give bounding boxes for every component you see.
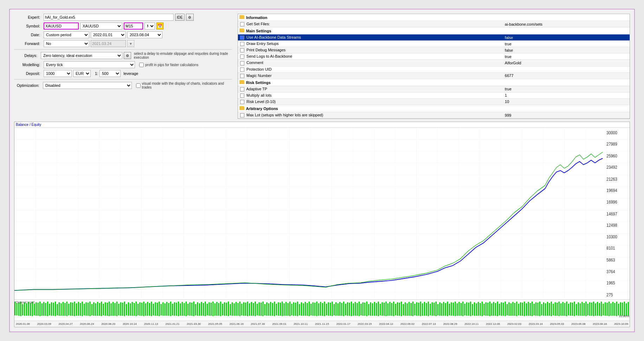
date-from-select[interactable]: 2022.01.01 [91,31,126,38]
svg-rect-82 [141,303,142,316]
svg-rect-27 [36,302,37,316]
deposit-label: Deposit: [14,71,42,76]
get-set-checkbox[interactable] [240,22,244,26]
date-label-6: 2020.11.13 [144,322,158,326]
svg-rect-229 [424,302,425,316]
svg-rect-327 [612,302,613,316]
svg-rect-151 [274,302,275,316]
symbol-input[interactable] [44,22,79,30]
svg-rect-49 [78,302,79,316]
expert-label: Expert: [14,15,42,19]
symbol-select[interactable]: XAUUSD [80,22,122,30]
magic-number-checkbox[interactable] [240,74,244,78]
svg-rect-275 [512,302,513,316]
svg-rect-297 [555,302,556,316]
svg-rect-41 [63,302,64,316]
svg-rect-121 [216,302,217,316]
svg-rect-305 [570,302,571,316]
draw-entry-row[interactable]: Draw Entry Setups true [238,41,630,47]
magic-number-row[interactable]: Magic Number 6677 [238,72,630,79]
optimization-select[interactable]: Disabled [43,82,132,89]
main-settings-section-header: Main Settings [238,27,630,34]
svg-rect-137 [247,302,248,316]
svg-rect-323 [605,302,606,316]
risk-level-value: 10 [503,98,630,105]
currency-select[interactable]: EUR [73,70,91,77]
multiply-lots-row[interactable]: Multiply all lots 1 [238,92,630,98]
forward-select[interactable]: No [44,40,89,47]
svg-rect-75 [128,302,129,316]
delays-settings-btn[interactable]: ⚙ [124,52,131,59]
svg-rect-91 [159,302,160,316]
use-ai-backbone-row[interactable]: Use AI-Backbone Data Streams false [238,34,630,41]
comment-row[interactable]: Comment AIforGold [238,60,630,66]
svg-rect-277 [516,302,517,316]
svg-rect-219 [405,302,406,316]
date-type-select[interactable]: Custom period [44,31,89,38]
expert-input[interactable] [44,14,174,21]
svg-rect-234 [433,303,434,316]
svg-rect-207 [382,302,383,316]
svg-rect-282 [526,303,527,316]
svg-rect-314 [587,304,588,315]
svg-rect-101 [178,302,179,316]
leverage-select[interactable]: 500 [99,70,121,77]
protection-uid-row[interactable]: Protection UID [238,66,630,72]
date-row: Date: Custom period 2022.01.01 2023.08.0… [14,31,232,38]
timeframe-input[interactable] [124,22,143,30]
print-debug-checkbox[interactable] [240,48,244,52]
date-label-19: 2022.07.13 [422,322,436,326]
svg-rect-94 [165,303,166,316]
max-lot-row[interactable]: Max Lot (setups with higher lots are ski… [238,112,630,118]
svg-rect-148 [268,303,269,316]
delays-select[interactable]: Zero latency, ideal execution [41,52,122,59]
adaptive-tp-checkbox[interactable] [240,87,244,91]
draw-entry-checkbox[interactable] [240,42,244,46]
send-logs-row[interactable]: Send Logs to AI-Backbone true [238,53,630,60]
svg-rect-20 [22,304,23,315]
svg-rect-230 [426,303,427,316]
svg-rect-254 [472,304,473,315]
svg-rect-255 [474,302,475,316]
deposit-select[interactable]: 1000 [44,70,72,77]
visual-mode-checkbox[interactable] [136,83,141,88]
ide-button[interactable]: IDE [175,14,185,21]
svg-rect-86 [149,303,150,316]
date-to-select[interactable]: 2023.08.04 [127,31,162,38]
risk-level-checkbox[interactable] [240,100,244,104]
svg-rect-135 [243,302,244,316]
settings-button[interactable]: ⚙ [186,14,194,21]
adaptive-tp-row[interactable]: Adaptive TP true [238,86,630,92]
ai-backbone-checkbox[interactable] [240,36,244,40]
svg-rect-267 [497,302,498,316]
comment-checkbox[interactable] [240,61,244,65]
svg-rect-68 [114,303,115,316]
svg-rect-319 [597,302,598,316]
svg-rect-71 [120,302,121,316]
risk-level-row[interactable]: Risk Level (0-10) 10 [238,98,630,105]
multiply-lots-checkbox[interactable] [240,94,244,98]
svg-rect-50 [80,303,81,316]
max-lot-checkbox[interactable] [240,113,244,117]
svg-rect-307 [574,302,575,316]
forward-label: Forward: [14,41,42,46]
send-logs-checkbox[interactable] [240,54,244,59]
svg-rect-328 [614,303,615,316]
timeframe-select[interactable]: M15 [144,22,155,30]
top-section: Expert: IDE ⚙ Symbol: XAUUSD M15 📅 [14,14,630,119]
date-label-28: 2023.10.09 [614,322,628,326]
date-label-15: 2022.01.17 [336,322,350,326]
protection-uid-checkbox[interactable] [240,67,244,72]
delays-desc: select a delay to emulate slippage and r… [134,52,232,59]
modelling-select[interactable]: Every tick [44,61,135,68]
profit-pips-checkbox[interactable] [139,63,144,67]
get-set-files-row: Get Set Files: ai-backbone.com/sets [238,21,630,27]
calendar-button[interactable]: 📅 [156,22,163,30]
svg-text:30000: 30000 [606,130,617,136]
svg-rect-46 [72,303,73,316]
svg-rect-60 [99,303,100,316]
print-debug-row[interactable]: Print Debug Messages false [238,47,630,53]
svg-rect-291 [543,302,544,316]
svg-rect-280 [522,303,523,316]
date-label-20: 2022.08.29 [443,322,457,326]
